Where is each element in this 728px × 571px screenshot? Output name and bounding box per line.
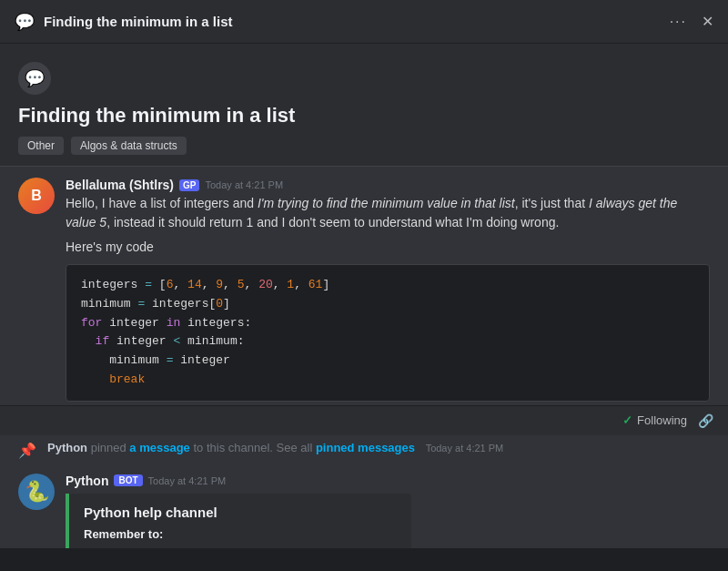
badge-bot: BOT <box>114 474 142 486</box>
title-bar-left: 💬 Finding the minimum in a list <box>15 12 233 32</box>
pin-middle-text: to this channel. See all <box>193 441 315 454</box>
code-block: integers = [6, 14, 9, 5, 20, 1, 61] mini… <box>66 264 710 402</box>
pin-username: Python <box>47 441 87 454</box>
messages-area: B Bellaluma (Shtlrs) GP Today at 4:21 PM… <box>0 167 728 548</box>
pin-notice: 📌 Python pinned a message to this channe… <box>0 435 728 463</box>
pin-message-link[interactable]: a message <box>129 441 190 454</box>
avatar-python: 🐍 <box>18 474 55 510</box>
following-bar: ✓ Following 🔗 <box>0 405 728 435</box>
avatar-bellaluma: B <box>18 178 55 214</box>
message-code-label: Here's my code <box>66 238 710 257</box>
bot-card-items: • Ask your Python question, not if you c… <box>84 545 397 548</box>
message-text-bellaluma: Hello, I have a list of integers and I'm… <box>66 194 710 232</box>
username-bellaluma: Bellaluma (Shtlrs) <box>66 178 174 192</box>
tag-other[interactable]: Other <box>18 137 64 155</box>
more-options-button[interactable]: ··· <box>670 14 687 30</box>
message-header-python: Python BOT Today at 4:21 PM <box>66 474 710 488</box>
bot-card-title: Python help channel <box>84 505 397 520</box>
pin-timestamp: Today at 4:21 PM <box>426 443 504 454</box>
forum-icon: 💬 <box>15 12 35 32</box>
pin-text: Python pinned a message to this channel.… <box>47 441 503 454</box>
title-bar-right: ··· ✕ <box>670 13 713 30</box>
badge-gp: GP <box>179 179 199 191</box>
following-label: Following <box>637 413 687 427</box>
thread-icon: 💬 <box>18 62 51 95</box>
timestamp-python: Today at 4:21 PM <box>148 475 227 486</box>
item-ask-bold: Ask <box>91 546 113 548</box>
check-icon: ✓ <box>622 413 632 427</box>
message-content-python: Python BOT Today at 4:21 PM Python help … <box>66 474 710 548</box>
thread-title: Finding the minimum in a list <box>18 104 710 127</box>
title-bar: 💬 Finding the minimum in a list ··· ✕ <box>0 0 728 44</box>
thread-forum-icon: 💬 <box>25 68 45 88</box>
pin-icon: 📌 <box>18 442 36 459</box>
bot-card-section: Remember to: <box>84 527 397 541</box>
link-icon[interactable]: 🔗 <box>698 413 713 428</box>
username-python: Python <box>66 474 108 488</box>
tag-algos[interactable]: Algos & data structs <box>71 137 187 155</box>
thread-tags: Other Algos & data structs <box>18 137 710 155</box>
timestamp-bellaluma: Today at 4:21 PM <box>205 179 283 190</box>
close-button[interactable]: ✕ <box>702 13 713 30</box>
pinned-messages-link[interactable]: pinned messages <box>316 441 415 454</box>
thread-header: 💬 Finding the minimum in a list Other Al… <box>0 44 728 167</box>
message-content-bellaluma: Bellaluma (Shtlrs) GP Today at 4:21 PM H… <box>66 178 710 402</box>
message-header-bellaluma: Bellaluma (Shtlrs) GP Today at 4:21 PM <box>66 178 710 192</box>
bot-card: Python help channel Remember to: • Ask y… <box>66 494 411 548</box>
message-python-bot: 🐍 Python BOT Today at 4:21 PM Python hel… <box>0 463 728 548</box>
message-bellaluma: B Bellaluma (Shtlrs) GP Today at 4:21 PM… <box>0 167 728 405</box>
title-bar-title: Finding the minimum in a list <box>44 14 233 29</box>
following-button[interactable]: ✓ Following <box>622 413 687 427</box>
pin-action: pinned <box>91 441 130 454</box>
